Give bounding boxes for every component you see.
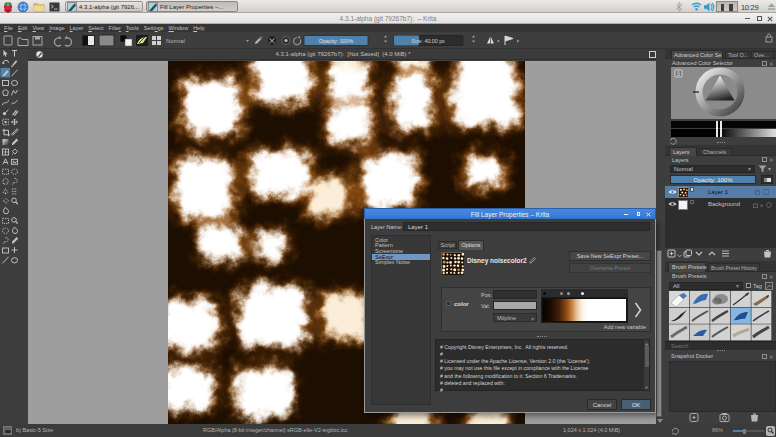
svg-text:Size: 40.00 px: Size: 40.00 px [411, 38, 445, 44]
svg-text:Opacity: 100%: Opacity: 100% [319, 38, 354, 44]
svg-text:a: a [760, 202, 763, 208]
svg-text:Normal: Normal [166, 38, 185, 44]
